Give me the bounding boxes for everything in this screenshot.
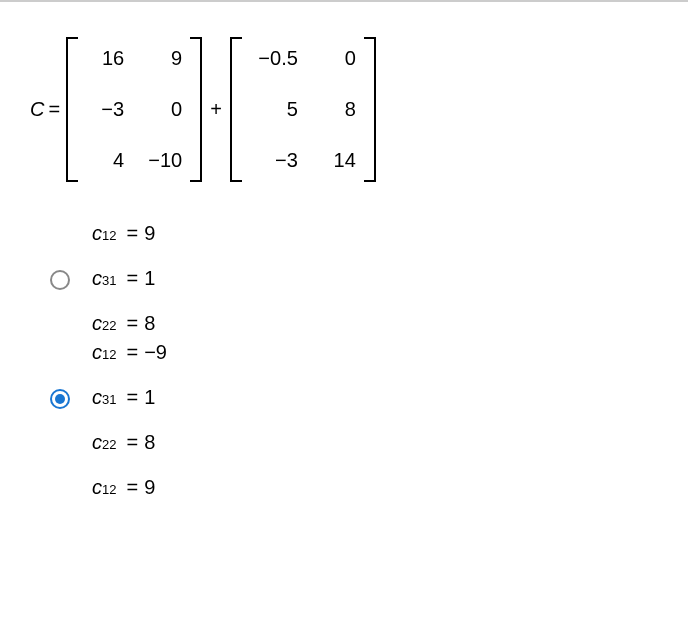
variable-c: c [92,386,102,409]
value: 8 [144,312,155,335]
matrix-cell: −3 [86,98,124,121]
value: 1 [144,386,155,409]
option-line: c12 = −9 [92,341,167,364]
radio-unselected-icon[interactable] [50,270,70,290]
subscript: 12 [102,228,116,243]
matrix-2: −0.5 0 5 8 −3 14 [230,37,376,182]
matrix-cell: 9 [144,47,182,70]
option-1-lines: c12 = 9 c31 = 1 c22 = 8 [92,222,155,335]
option-2-lines: c12 = −9 c31 = 1 c22 = 8 c12 = 9 [92,341,167,499]
answer-options: c12 = 9 c31 = 1 c22 = 8 c12 = −9 [50,222,658,499]
matrix-2-body: −0.5 0 5 8 −3 14 [242,37,364,182]
variable-c: c [92,222,102,245]
subscript: 31 [102,392,116,407]
variable-c: c [92,476,102,499]
matrix-cell: 0 [144,98,182,121]
value: 1 [144,267,155,290]
matrix-cell: 0 [318,47,356,70]
variable-c: c [92,431,102,454]
matrix-row: −0.5 0 [250,47,356,70]
option-line: c31 = 1 [92,267,155,290]
option-2[interactable]: c12 = −9 c31 = 1 c22 = 8 c12 = 9 [50,341,658,499]
result-variable: C [30,98,44,121]
equals-sign: = [126,476,138,499]
variable-c: c [92,341,102,364]
equals-sign: = [48,98,60,121]
subscript: 31 [102,273,116,288]
matrix-1: 16 9 −3 0 4 −10 [66,37,202,182]
equals-sign: = [126,386,138,409]
subscript: 22 [102,437,116,452]
matrix-cell: 4 [86,149,124,172]
subscript: 12 [102,482,116,497]
equals-sign: = [126,267,138,290]
matrix-row: 16 9 [86,47,182,70]
matrix-cell: 16 [86,47,124,70]
matrix-row: −3 0 [86,98,182,121]
matrix-cell: 14 [318,149,356,172]
matrix-row: 5 8 [250,98,356,121]
matrix-cell: −3 [250,149,298,172]
matrix-equation: C = 16 9 −3 0 4 −10 + −0.5 0 [30,37,658,182]
bracket-left-icon [66,37,78,182]
matrix-row: 4 −10 [86,149,182,172]
matrix-cell: 8 [318,98,356,121]
equals-sign: = [126,222,138,245]
option-line: c12 = 9 [92,476,167,499]
variable-c: c [92,312,102,335]
variable-c: c [92,267,102,290]
bracket-left-icon [230,37,242,182]
radio-selected-icon[interactable] [50,389,70,409]
option-1[interactable]: c12 = 9 c31 = 1 c22 = 8 [50,222,658,335]
matrix-cell: −0.5 [250,47,298,70]
matrix-1-body: 16 9 −3 0 4 −10 [78,37,190,182]
value: 9 [144,222,155,245]
plus-operator: + [210,98,222,121]
matrix-row: −3 14 [250,149,356,172]
option-line: c22 = 8 [92,431,167,454]
bracket-right-icon [364,37,376,182]
option-line: c22 = 8 [92,312,155,335]
subscript: 12 [102,347,116,362]
value: −9 [144,341,167,364]
matrix-cell: 5 [250,98,298,121]
value: 8 [144,431,155,454]
equals-sign: = [126,341,138,364]
equals-sign: = [126,312,138,335]
option-line: c31 = 1 [92,386,167,409]
value: 9 [144,476,155,499]
matrix-cell: −10 [144,149,182,172]
subscript: 22 [102,318,116,333]
equals-sign: = [126,431,138,454]
option-line: c12 = 9 [92,222,155,245]
bracket-right-icon [190,37,202,182]
